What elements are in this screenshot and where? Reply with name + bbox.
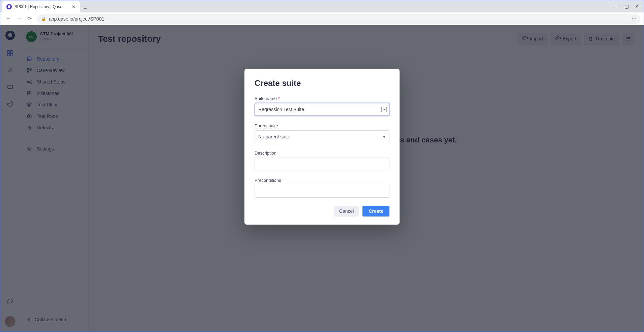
lock-icon: 🔒	[41, 16, 46, 21]
modal-overlay[interactable]: Create suite Suite name * ▾ Parent suite…	[0, 25, 644, 332]
suite-name-input[interactable]	[255, 103, 389, 116]
window-close-icon[interactable]: ✕	[635, 4, 639, 9]
window-controls: — ▢ ✕	[614, 0, 644, 12]
input-suggest-icon[interactable]: ▾	[381, 107, 387, 112]
new-tab-button[interactable]: +	[80, 5, 90, 12]
qase-favicon	[6, 4, 12, 9]
suite-name-label: Suite name *	[255, 96, 389, 101]
browser-tab[interactable]: SP001 | Repository | Qase ✕	[2, 1, 80, 12]
create-suite-modal: Create suite Suite name * ▾ Parent suite…	[244, 69, 400, 225]
preconditions-label: Preconditions	[255, 178, 389, 183]
url-text: app.qase.io/project/SP001	[49, 16, 104, 22]
cancel-button[interactable]: Cancel	[334, 206, 359, 217]
reload-icon[interactable]: ⟳	[27, 15, 32, 22]
back-icon[interactable]: ←	[6, 15, 11, 22]
description-input[interactable]	[255, 158, 389, 170]
parent-suite-label: Parent suite	[255, 123, 389, 128]
create-button[interactable]: Create	[362, 206, 389, 217]
description-label: Description	[255, 151, 389, 156]
preconditions-input[interactable]	[255, 185, 389, 198]
tab-title: SP001 | Repository | Qase	[14, 4, 69, 9]
parent-suite-select[interactable]	[255, 130, 389, 143]
bookmark-star-icon[interactable]: ☆	[632, 15, 636, 22]
window-maximize-icon[interactable]: ▢	[624, 4, 629, 9]
tab-close-icon[interactable]: ✕	[72, 4, 76, 9]
browser-tab-strip: SP001 | Repository | Qase ✕ + — ▢ ✕	[0, 0, 644, 12]
modal-title: Create suite	[255, 78, 389, 88]
browser-address-bar: ← → ⟳ 🔒 app.qase.io/project/SP001 ☆	[0, 12, 644, 25]
forward-icon: →	[17, 15, 22, 22]
window-minimize-icon[interactable]: —	[614, 4, 618, 9]
url-field[interactable]: 🔒 app.qase.io/project/SP001 ☆	[37, 14, 640, 24]
